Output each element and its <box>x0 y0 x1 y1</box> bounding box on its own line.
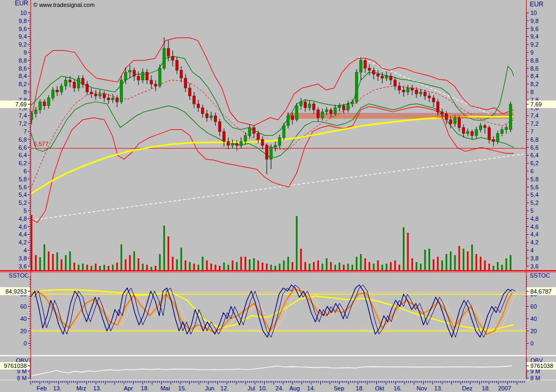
x-axis-label: Jun <box>205 385 214 391</box>
candle-body <box>326 110 328 112</box>
chart-svg: 10109,89,89,69,69,49,49,29,2998,88,88,68… <box>0 0 556 392</box>
sstoc-panel <box>30 285 526 337</box>
candle-body <box>60 86 63 92</box>
price-tick-label-left: 8,6 <box>19 65 27 72</box>
volume-bar <box>476 254 477 270</box>
candle-body <box>411 88 414 90</box>
volume-bar <box>510 255 512 270</box>
x-axis-label: 13. <box>434 385 442 391</box>
candle-body <box>364 60 367 68</box>
price-tick-label-right: 9 <box>530 49 534 56</box>
sstoc-value-box-right-value: 84,6787 <box>530 288 552 295</box>
support-level-label: 6,577 <box>34 141 49 147</box>
price-tick-label-right: 8,4 <box>530 73 538 79</box>
price-tick-label-left: 5 <box>24 207 27 214</box>
volume-bar <box>352 265 353 270</box>
price-tick-label-right: 9,2 <box>530 41 538 48</box>
candle-body <box>321 112 324 118</box>
volume-bar <box>429 249 430 270</box>
x-axis-ruler: Feb13.Mrz13.Apr18.Mai15.Jun12.Jul10.24.A… <box>30 381 524 391</box>
candle-body <box>240 142 243 145</box>
volume-bar <box>275 266 276 270</box>
price-tick-label-left: 4,6 <box>19 224 27 230</box>
candle-body <box>214 116 217 121</box>
sstoc-tick-label-right: 20 <box>530 328 537 334</box>
volume-bar <box>138 258 140 270</box>
candle-body <box>249 128 251 136</box>
volume-bar <box>40 257 41 270</box>
volume-bar <box>318 260 319 270</box>
price-tick-label-right: 4,2 <box>530 239 538 245</box>
price-tick-label-right: 6 <box>530 168 534 174</box>
price-tick-label-right: 7,4 <box>530 112 538 119</box>
volume-bar <box>57 252 58 270</box>
sstoc-tick-label-left: 0 <box>24 340 27 347</box>
candle-body <box>471 132 474 135</box>
candle-body <box>334 108 337 114</box>
price-tick-label-right: 9,8 <box>530 18 538 24</box>
volume-bar <box>262 263 264 270</box>
volume-bar <box>467 251 469 270</box>
candle-body <box>475 129 478 135</box>
x-axis-label: Dez <box>462 385 473 391</box>
price-tick-label-left: 8,4 <box>19 73 27 79</box>
volume-bar <box>279 264 281 270</box>
candle-body <box>304 102 307 108</box>
current-price-box-left-value: 7,69 <box>16 101 27 107</box>
volume-bar <box>206 260 208 270</box>
candle-body <box>103 94 106 98</box>
volume-bar <box>489 264 490 270</box>
candle-body <box>257 134 260 140</box>
price-tick-label-right: 3,8 <box>530 255 538 262</box>
volume-bar <box>348 264 349 270</box>
volume-bar <box>484 260 486 270</box>
candle-body <box>403 90 405 92</box>
x-axis-label: Sep <box>334 385 344 391</box>
price-tick-label-right: 7 <box>530 128 534 135</box>
obv-value-box-right: 9761038 <box>526 362 556 370</box>
volume-bar <box>424 250 426 270</box>
volume-bar <box>369 262 370 270</box>
price-tick-label-right: 6,6 <box>530 144 538 151</box>
candle-body <box>347 104 350 110</box>
price-tick-label-left: 4 <box>24 247 27 253</box>
sstoc-tick-label-left: 40 <box>20 316 27 322</box>
price-tick-label-right: 9,4 <box>530 33 538 40</box>
volume-bar <box>112 265 114 270</box>
volume-bar <box>463 249 465 270</box>
candle-body <box>308 104 311 107</box>
volume-bar <box>159 254 161 270</box>
price-tick-label-right: 8,2 <box>530 81 538 87</box>
candle-body <box>445 114 448 120</box>
candle-body <box>261 140 264 145</box>
sstoc-orange <box>30 289 512 334</box>
volume-bar <box>335 265 336 270</box>
x-axis-label: 18. <box>482 385 490 391</box>
candle-body <box>69 80 72 82</box>
volume-bar <box>365 258 366 270</box>
sstoc-tick-label-left: 20 <box>20 328 27 334</box>
candle-body <box>73 82 76 88</box>
obv-line <box>30 366 512 376</box>
volume-bar <box>48 251 50 270</box>
price-tick-label-left: 3,6 <box>19 263 27 270</box>
volume-bar <box>35 255 37 270</box>
volume-bar <box>416 262 418 270</box>
x-axis-label: Jul <box>248 385 255 391</box>
x-axis-label: 24. <box>275 385 283 391</box>
price-tick-label-left: 9,2 <box>19 41 27 48</box>
x-axis-label: 13. <box>53 385 61 391</box>
candle-body <box>95 94 97 96</box>
x-axis-label: Mai <box>160 385 170 391</box>
x-axis-label: Nov <box>416 385 427 391</box>
obv-value-box-right-value: 9761038 <box>530 363 553 369</box>
candle-body <box>107 98 110 100</box>
candle-body <box>360 60 362 72</box>
volume-bar <box>185 260 187 270</box>
volume-bar <box>121 244 122 270</box>
candle-body <box>501 129 504 133</box>
volume-bar <box>198 265 199 270</box>
x-axis-label: 10. <box>259 385 267 391</box>
candle-body <box>291 116 294 119</box>
sstoc-value-box-left-value: 84,9253 <box>5 288 27 295</box>
